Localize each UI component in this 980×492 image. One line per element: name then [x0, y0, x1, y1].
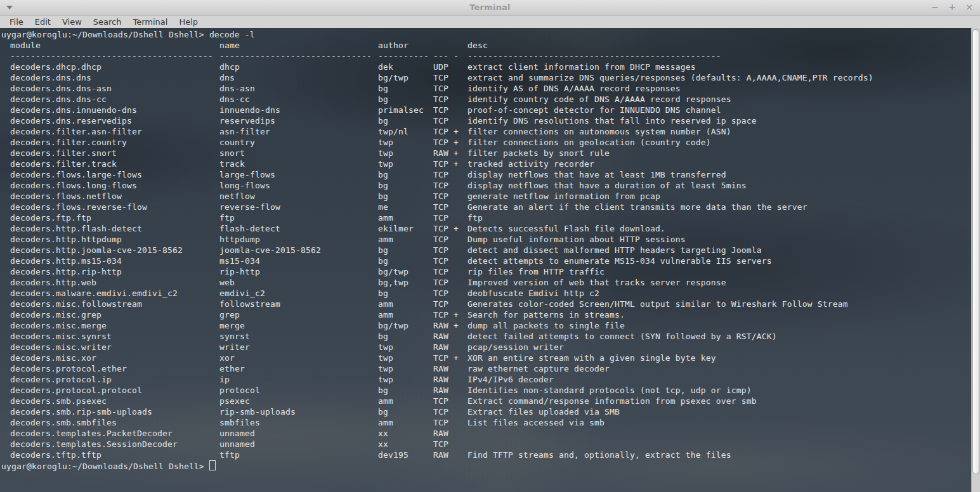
cell-proto: TCP: [433, 191, 448, 202]
cell-name: tftp: [219, 450, 240, 460]
cell-author: bg/twp: [378, 320, 408, 331]
cell-module: decoders.http.joomla-cve-2015-8562: [10, 245, 183, 256]
cell-author: twp: [378, 342, 393, 353]
cell-module: decoders.templates.SessionDecoder: [10, 439, 178, 450]
cell-author: twp: [378, 353, 393, 363]
cell-proto: RAW: [433, 374, 448, 385]
cell-module: decoders.http.ms15-034: [10, 256, 122, 266]
cell-proto: RAW +: [433, 320, 459, 331]
cell-desc: display netflows that have a duration of…: [467, 180, 747, 191]
cell-proto: RAW: [433, 342, 448, 353]
cell-desc: proof-of-concept detector for INNUENDO D…: [467, 105, 721, 115]
cell-desc: deobfuscate Emdivi http c2: [467, 288, 599, 299]
menu-terminal[interactable]: Terminal: [127, 16, 173, 27]
close-button[interactable]: ×: [965, 2, 974, 13]
cell-proto: TCP +: [433, 126, 459, 137]
cell-proto: UDP: [433, 62, 448, 72]
cell-module: decoders.flows.long-flows: [10, 180, 137, 191]
cell-name: snort: [219, 148, 245, 159]
cell-name: long-flows: [219, 180, 270, 191]
table-row: decoders.http.ms15-034 ms15-034 bg TCP d…: [0, 256, 971, 266]
cell-name: asn-filter: [219, 126, 270, 137]
cell-module: decoders.misc.writer: [10, 342, 112, 353]
table-row: decoders.flows.long-flows long-flows bg …: [0, 180, 971, 191]
cell-name: xor: [219, 353, 235, 363]
cell-name: large-flows: [219, 169, 275, 180]
terminal-window: Terminal − + × File Edit View Search Ter…: [0, 0, 980, 492]
cell-module: decoders.malware.emdivi.emdivi_c2: [10, 288, 178, 299]
cell-module: decoders.protocol.protocol: [10, 385, 142, 396]
cell-author: bg/twp: [378, 72, 408, 83]
table-row: decoders.misc.synrst synrst bg RAW detec…: [0, 331, 971, 342]
cell-module: decoders.smb.psexec: [10, 396, 107, 406]
cell-name: httpdump: [219, 234, 260, 245]
cell-module: decoders.dns.innuendo-dns: [10, 105, 137, 115]
cell-author: amm: [378, 417, 393, 428]
table-row: decoders.misc.xor xor twp TCP + XOR an e…: [0, 353, 971, 363]
table-row: decoders.misc.merge merge bg/twp RAW + d…: [0, 320, 971, 331]
cell-author: twp: [378, 363, 393, 374]
cell-desc: filter packets by snort rule: [467, 148, 610, 159]
menu-edit[interactable]: Edit: [29, 16, 56, 27]
scrollbar-thumb[interactable]: [972, 29, 979, 474]
cell-author: xx: [378, 428, 388, 439]
cell-desc: identify AS of DNS A/AAAA record respons…: [467, 83, 681, 94]
cell-module: decoders.filter.track: [10, 159, 117, 169]
cell-module: decoders.dns.dns: [10, 72, 91, 83]
cell-proto: RAW: [433, 331, 448, 342]
cell-proto: RAW +: [433, 148, 459, 159]
table-row: decoders.http.httpdump httpdump amm TCP …: [0, 234, 971, 245]
cell-name: innuendo-dns: [219, 105, 280, 115]
cell-author: twp: [378, 137, 393, 148]
cell-name: dns-asn: [219, 83, 255, 94]
table-row: decoders.tftp.tftp tftp dev195 RAW Find …: [0, 450, 971, 460]
table-row: decoders.misc.writer writer twp RAW pcap…: [0, 342, 971, 353]
table-row: decoders.flows.large-flows large-flows b…: [0, 169, 971, 180]
table-row: decoders.templates.SessionDecoder unname…: [0, 439, 971, 450]
cell-desc: ftp: [467, 212, 483, 223]
cell-author: twp: [378, 159, 393, 169]
cell-author: amm: [378, 234, 393, 245]
cell-author: amm: [378, 309, 393, 320]
cell-module: decoders.misc.synrst: [10, 331, 112, 342]
table-row: decoders.protocol.ether ether twp RAW ra…: [0, 363, 971, 374]
cell-proto: RAW: [433, 363, 448, 374]
cell-desc: Generates color-coded Screen/HTML output…: [467, 299, 848, 309]
cell-module: decoders.protocol.ip: [10, 374, 112, 385]
terminal-screen[interactable]: uygar@koroglu:~/Downloads/Dshell Dshell>…: [0, 28, 971, 492]
table-row: decoders.smb.rip-smb-uploads rip-smb-upl…: [0, 406, 971, 417]
separator-author: ----------: [378, 51, 429, 62]
cell-module: decoders.misc.merge: [10, 320, 107, 331]
cell-desc: display netflows that have at least 1MB …: [467, 169, 726, 180]
cell-name: unnamed: [219, 428, 255, 439]
separator-name: ------------------------------: [219, 51, 372, 62]
minimize-button[interactable]: −: [931, 2, 939, 13]
menu-help[interactable]: Help: [173, 16, 204, 27]
cell-desc: detect attempts to enumerate MS15-034 vu…: [467, 256, 772, 266]
window-controls: − + ×: [931, 2, 974, 13]
menu-view[interactable]: View: [56, 16, 88, 27]
cell-desc: Generate an alert if the client transmit…: [467, 202, 807, 212]
cell-name: protocol: [219, 385, 260, 396]
cell-module: decoders.misc.followstream: [10, 299, 142, 309]
cell-desc: pcap/session writer: [467, 342, 564, 353]
header-author: author: [378, 40, 408, 51]
maximize-button[interactable]: +: [948, 2, 957, 13]
cell-author: bg: [378, 94, 388, 105]
cell-name: reservedips: [219, 115, 275, 126]
cell-author: primalsec: [378, 105, 424, 115]
cell-author: amm: [378, 396, 393, 406]
cell-author: bg,twp: [378, 277, 408, 288]
scrollbar-track[interactable]: [971, 28, 980, 492]
cell-name: joomla-cve-2015-8562: [219, 245, 321, 256]
menu-search[interactable]: Search: [88, 16, 127, 27]
cell-proto: TCP: [433, 180, 448, 191]
cell-proto: RAW: [433, 385, 448, 396]
terminal-cursor: [209, 460, 216, 470]
cell-desc: XOR an entire stream with a given single…: [467, 353, 716, 363]
cell-proto: TCP: [433, 277, 448, 288]
current-prompt-line: uygar@koroglu:~/Downloads/Dshell Dshell>: [0, 460, 971, 471]
cell-module: decoders.templates.PacketDecoder: [10, 428, 173, 439]
separator-proto: --- -: [433, 51, 459, 62]
menu-file[interactable]: File: [4, 16, 29, 27]
